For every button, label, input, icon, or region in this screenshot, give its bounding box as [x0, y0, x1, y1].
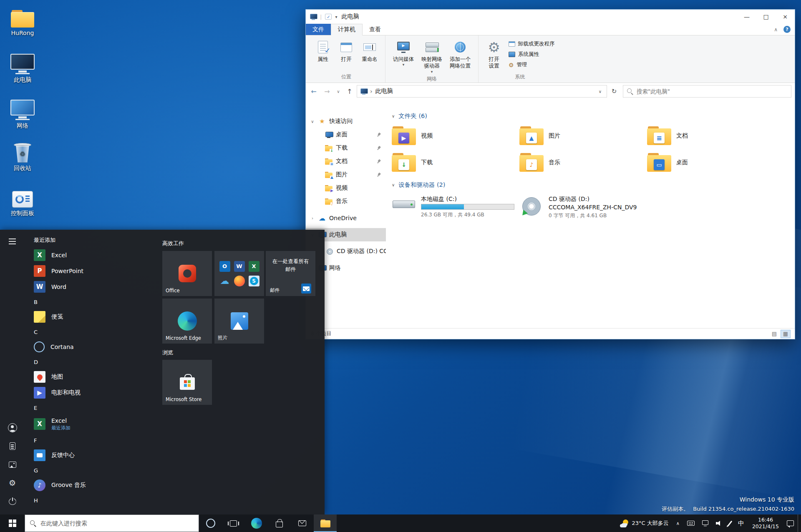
refresh-button[interactable]: ↻ [608, 85, 620, 98]
nav-music[interactable]: ♪ 音乐 [306, 195, 386, 208]
tile-photos[interactable]: 照片 [214, 299, 264, 344]
tile-mail[interactable]: 在一处查看所有邮件 邮件 [266, 251, 315, 296]
tray-overflow-button[interactable]: ∧ [673, 514, 683, 532]
app-excel-recent[interactable]: X Excel 最近添加 [29, 415, 162, 433]
qat-properties-icon[interactable]: ✓ [325, 14, 332, 20]
nav-documents[interactable]: ≡ 文档 [306, 155, 386, 168]
folder-item-music[interactable]: ♪ 音乐 [519, 151, 647, 174]
tile-edge[interactable]: Microsoft Edge [162, 299, 212, 344]
letter-header-c[interactable]: C [29, 325, 162, 339]
address-bar[interactable]: › 此电脑 ∨ [357, 85, 607, 98]
touch-keyboard-button[interactable] [683, 514, 698, 532]
nav-onedrive[interactable]: › ☁ OneDrive [306, 211, 386, 225]
app-movies-tv[interactable]: ▶ 电影和电视 [29, 385, 162, 401]
breadcrumb[interactable]: 此电脑 [375, 88, 393, 95]
nav-desktop[interactable]: 桌面 [306, 128, 386, 141]
store-taskbar-button[interactable] [268, 514, 291, 532]
pictures-button[interactable] [0, 455, 25, 474]
cortana-button[interactable] [199, 514, 222, 532]
letter-header-f[interactable]: F [29, 433, 162, 447]
open-settings-button[interactable]: ⚙ 打开 设置 [483, 37, 505, 70]
recent-locations-icon[interactable]: ∨ [334, 85, 343, 98]
mail-taskbar-button[interactable] [291, 514, 314, 532]
forward-button[interactable]: → [321, 85, 333, 98]
open-button[interactable]: 打开 [335, 37, 358, 63]
app-excel[interactable]: X Excel [29, 247, 162, 263]
back-button[interactable]: ← [307, 85, 320, 98]
close-button[interactable]: × [776, 10, 795, 24]
ribbon-tab-file[interactable]: 文件 [306, 24, 331, 35]
devices-section-header[interactable]: ∨ 设备和驱动器 (2) [392, 181, 795, 189]
pen-button[interactable] [725, 514, 734, 532]
nav-pictures[interactable]: ▲ 图片 [306, 168, 386, 181]
explorer-titlebar[interactable]: | ✓ ▾ 此电脑 — □ × [306, 10, 795, 24]
task-view-button[interactable] [222, 514, 245, 532]
file-list[interactable]: ∨ 文件夹 (6) ▶ 视频 ▲ 图片 ≡ 文档 [386, 100, 795, 328]
add-network-location-button[interactable]: 添加一个 网络位置 [446, 37, 474, 70]
address-dropdown-icon[interactable]: ∨ [595, 89, 605, 94]
collapse-icon[interactable]: ∨ [392, 183, 395, 187]
letter-header-d[interactable]: D [29, 355, 162, 369]
maximize-button[interactable]: □ [756, 10, 776, 24]
edge-taskbar-button[interactable] [245, 514, 268, 532]
start-button[interactable] [0, 514, 25, 532]
details-view-button[interactable]: ▤ [769, 330, 779, 338]
system-properties-button[interactable]: 系统属性 [506, 49, 557, 60]
clock[interactable]: 16:46 2021/4/15 [748, 514, 783, 532]
power-button[interactable] [0, 492, 25, 510]
nav-downloads[interactable]: ↓ 下载 [306, 141, 386, 155]
tile-group-explore[interactable]: 浏览 [162, 349, 173, 356]
show-desktop-button[interactable] [798, 514, 801, 532]
collapse-icon[interactable]: ∨ [392, 114, 395, 118]
tile-store[interactable]: Microsoft Store [162, 360, 212, 405]
taskbar-search[interactable] [25, 514, 199, 532]
folder-item-desktop[interactable]: ▭ 桌面 [647, 151, 775, 174]
app-word[interactable]: W Word [29, 279, 162, 295]
user-account-button[interactable] [0, 419, 25, 437]
letter-header-g[interactable]: G [29, 463, 162, 477]
manage-button[interactable]: ⚙ 管理 [506, 60, 557, 70]
minimize-button[interactable]: — [737, 10, 756, 24]
up-button[interactable]: ↑ [343, 85, 356, 98]
properties-button[interactable]: ✓ 属性 [312, 37, 334, 63]
explorer-taskbar-button[interactable] [314, 514, 337, 532]
app-sticky-notes[interactable]: 便笺 [29, 309, 162, 325]
app-feedback-hub[interactable]: 反馈中心 [29, 447, 162, 463]
tile-mail-accounts[interactable]: O W X ☁ S [214, 251, 264, 296]
rename-button[interactable]: 重命名 [358, 37, 381, 63]
weather-widget[interactable]: 23°C 大部多云 [616, 514, 673, 532]
folder-item-videos[interactable]: ▶ 视频 [392, 124, 519, 148]
folder-item-pictures[interactable]: ▲ 图片 [519, 124, 647, 148]
folder-item-downloads[interactable]: ↓ 下载 [392, 151, 519, 174]
app-cortana[interactable]: Cortana [29, 339, 162, 355]
app-groove-music[interactable]: ♪ Groove 音乐 [29, 477, 162, 493]
desktop-icon-network[interactable]: 网络 [3, 98, 42, 130]
expand-menu-button[interactable] [0, 232, 25, 251]
volume-button[interactable] [712, 514, 725, 532]
drive-c-item[interactable]: 本地磁盘 (C:) 26.3 GB 可用，共 49.4 GB [392, 193, 519, 219]
action-center-button[interactable] [783, 514, 798, 532]
help-icon[interactable]: ? [783, 26, 791, 33]
desktop-icon-control-panel[interactable]: 控制面板 [3, 186, 42, 217]
app-powerpoint[interactable]: P PowerPoint [29, 263, 162, 279]
explorer-search[interactable] [623, 85, 791, 98]
taskbar-search-input[interactable] [40, 520, 194, 527]
letter-header-e[interactable]: E [29, 401, 162, 415]
large-icons-view-button[interactable]: ▦ [781, 330, 791, 338]
uninstall-button[interactable]: 卸载或更改程序 [506, 39, 557, 49]
expand-icon[interactable]: ∨ [310, 119, 315, 124]
expand-icon[interactable]: › [310, 216, 315, 221]
ribbon-tab-computer[interactable]: 计算机 [331, 24, 363, 35]
tile-office[interactable]: Office [162, 251, 212, 296]
access-media-button[interactable]: ▶ 访问媒体 ▾ [390, 37, 417, 68]
desktop-icon-recycle-bin[interactable]: ♻ 回收站 [3, 141, 42, 172]
documents-button[interactable] [0, 437, 25, 455]
drive-d-item[interactable]: CD 驱动器 (D:) CCCOMA_X64FRE_ZH-CN_DV9 0 字节… [519, 193, 647, 219]
desktop-icon-this-pc[interactable]: 此电脑 [3, 53, 42, 84]
explorer-search-input[interactable] [637, 88, 787, 95]
tile-group-productivity[interactable]: 高效工作 [162, 240, 184, 247]
qat-customize-icon[interactable]: ▾ [335, 15, 337, 19]
letter-header-b[interactable]: B [29, 295, 162, 309]
nav-quick-access[interactable]: ∨ ★ 快速访问 [306, 115, 386, 128]
folder-item-documents[interactable]: ≡ 文档 [647, 124, 775, 148]
